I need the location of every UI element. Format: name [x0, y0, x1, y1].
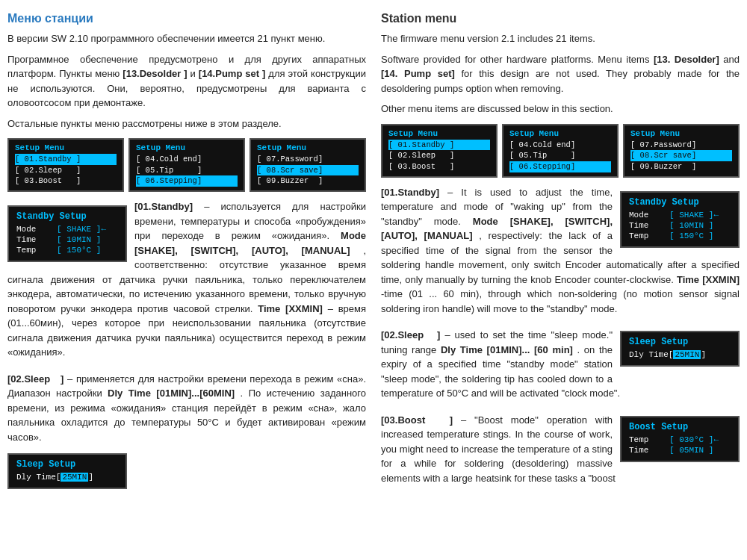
setup-menu-2: Setup Menu [ 04.Cold end] [ 05.Tip ] [ 0… — [128, 138, 245, 192]
setup-menu-r3: Setup Menu [ 07.Password] [ 08.Scr save]… — [623, 124, 740, 178]
right-column: Station menu The firmware menu version 2… — [381, 12, 740, 501]
boost-section-right: Boost Setup Temp [ 030°C ]← Time [ 05MIN… — [381, 413, 740, 492]
right-title: Station menu — [381, 12, 740, 25]
setup-menu-1: Setup Menu [ 01.Standby ] [ 02.Sleep ] [… — [7, 138, 124, 192]
setup-menus-left: Setup Menu [ 01.Standby ] [ 02.Sleep ] [… — [7, 138, 366, 192]
right-para1: The firmware menu version 2.1 includes 2… — [381, 31, 740, 46]
sleep-section-left: [02.Sleep ] – применяется для настройки … — [7, 372, 366, 496]
right-para2: Software provided for other hardware pla… — [381, 52, 740, 96]
setup-menu-r1: Setup Menu [ 01.Standby ] [ 02.Sleep ] [… — [381, 124, 498, 178]
left-para2: Программное обеспечение предусмотрено и … — [7, 52, 366, 111]
standby-section-left: Standby Setup Mode [ SHAKE ]← Time [ 10M… — [7, 199, 366, 366]
left-para3: Остальные пункты меню рассмотрены ниже в… — [7, 116, 366, 131]
sleep-box-left: Sleep Setup Dly Time[25MIN] — [7, 453, 127, 489]
setup-menu-r2: Setup Menu [ 04.Cold end] [ 05.Tip ] [ 0… — [502, 124, 619, 178]
setup-menu-3: Setup Menu [ 07.Password] [ 08.Scr save]… — [249, 138, 366, 192]
setup-menus-right: Setup Menu [ 01.Standby ] [ 02.Sleep ] [… — [381, 124, 740, 178]
standby-section-right: Standby Setup Mode [ SHAKE ]← Time [ 10M… — [381, 185, 740, 323]
left-para1: В версии SW 2.10 программного обеспечени… — [7, 31, 366, 46]
left-column: Меню станции В версии SW 2.10 программно… — [7, 12, 366, 501]
standby-box-left: Standby Setup Mode [ SHAKE ]← Time [ 10M… — [7, 199, 127, 268]
right-para3: Other menu items are discussed below in … — [381, 102, 740, 116]
sleep-box-right: Sleep Setup Dly Time[25MIN] — [620, 328, 740, 373]
sleep-section-right: Sleep Setup Dly Time[25MIN] [02.Sleep ] … — [381, 328, 740, 407]
standby-box-right: Standby Setup Mode [ SHAKE ]← Time [ 10M… — [620, 185, 740, 254]
boost-box-right: Boost Setup Temp [ 030°C ]← Time [ 05MIN… — [620, 413, 740, 468]
left-title: Меню станции — [7, 12, 366, 25]
